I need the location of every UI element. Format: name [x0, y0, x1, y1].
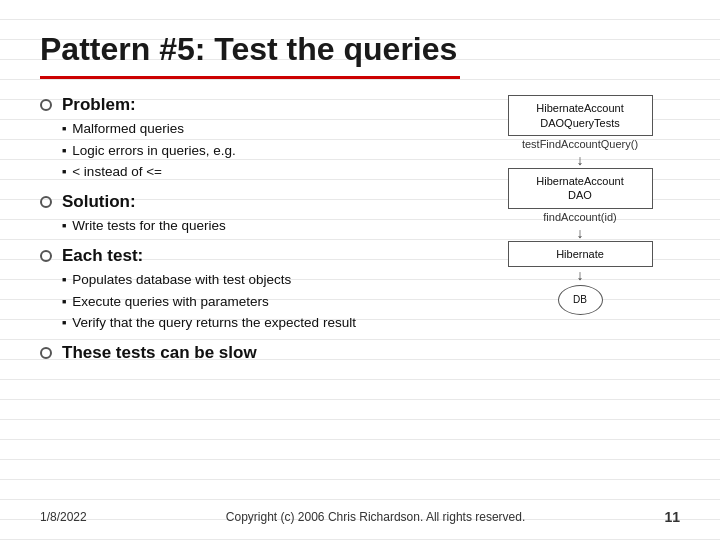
list-item: Logic errors in queries, e.g.: [62, 141, 450, 161]
solution-section: Solution: Write tests for the queries: [40, 192, 450, 236]
slow-bullet: [40, 347, 52, 359]
slide-content: Pattern #5: Test the queries Problem: Ma…: [40, 30, 680, 373]
box2-line2: DAO: [568, 189, 592, 201]
box1-line2: DAOQueryTests: [540, 117, 619, 129]
slow-section: These tests can be slow: [40, 343, 450, 363]
list-item: < instead of <=: [62, 162, 450, 182]
solution-bullet: [40, 196, 52, 208]
each-test-label: Each test:: [40, 246, 450, 266]
list-item: Verify that the query returns the expect…: [62, 313, 450, 333]
list-item: Populates database with test objects: [62, 270, 450, 290]
solution-list: Write tests for the queries: [62, 216, 450, 236]
db-label: DB: [573, 294, 587, 305]
slow-title: These tests can be slow: [62, 343, 257, 363]
footer-copyright: Copyright (c) 2006 Chris Richardson. All…: [87, 510, 665, 524]
footer-date: 1/8/2022: [40, 510, 87, 524]
dao-query-tests-box: HibernateAccount DAOQueryTests: [508, 95, 653, 136]
method2-text: findAccount(id): [543, 211, 616, 223]
each-test-title: Each test:: [62, 246, 143, 266]
box3-text: Hibernate: [556, 248, 604, 260]
each-test-list: Populates database with test objects Exe…: [62, 270, 450, 333]
each-test-bullet: [40, 250, 52, 262]
diagram-area: HibernateAccount DAOQueryTests testFindA…: [508, 95, 653, 314]
solution-label: Solution:: [40, 192, 450, 212]
arrow2-icon: ↓: [577, 226, 584, 240]
problem-label: Problem:: [40, 95, 450, 115]
list-item: Execute queries with parameters: [62, 292, 450, 312]
slow-label: These tests can be slow: [40, 343, 450, 363]
list-item: Malformed queries: [62, 119, 450, 139]
main-layout: Problem: Malformed queries Logic errors …: [40, 95, 680, 373]
problem-title: Problem:: [62, 95, 136, 115]
method1-text: testFindAccountQuery(): [522, 138, 638, 150]
arrow3-icon: ↓: [577, 268, 584, 282]
footer: 1/8/2022 Copyright (c) 2006 Chris Richar…: [40, 509, 680, 525]
solution-title: Solution:: [62, 192, 136, 212]
slide: Pattern #5: Test the queries Problem: Ma…: [0, 0, 720, 540]
box1-line1: HibernateAccount: [536, 102, 623, 114]
problem-bullet: [40, 99, 52, 111]
box2-line1: HibernateAccount: [536, 175, 623, 187]
right-column: HibernateAccount DAOQueryTests testFindA…: [480, 95, 680, 373]
db-circle: DB: [558, 285, 603, 315]
left-column: Problem: Malformed queries Logic errors …: [40, 95, 460, 373]
title-underline: [40, 76, 460, 79]
each-test-section: Each test: Populates database with test …: [40, 246, 450, 333]
arrow1-icon: ↓: [577, 153, 584, 167]
footer-page: 11: [664, 509, 680, 525]
problem-section: Problem: Malformed queries Logic errors …: [40, 95, 450, 182]
dao-box: HibernateAccount DAO: [508, 168, 653, 209]
problem-list: Malformed queries Logic errors in querie…: [62, 119, 450, 182]
slide-title: Pattern #5: Test the queries: [40, 30, 680, 68]
hibernate-box: Hibernate: [508, 241, 653, 267]
list-item: Write tests for the queries: [62, 216, 450, 236]
